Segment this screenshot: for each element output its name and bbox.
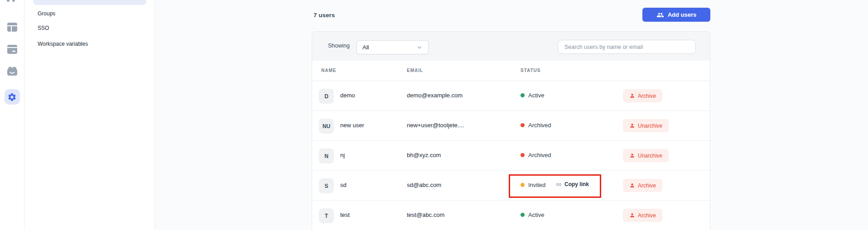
archive-button[interactable]: Archive bbox=[623, 179, 662, 192]
unarchive-button[interactable]: Unarchive bbox=[623, 149, 669, 162]
marketplace-icon[interactable] bbox=[5, 63, 20, 79]
app-sidebar-rail bbox=[0, 0, 24, 230]
user-email: sd@abc.com bbox=[407, 182, 441, 188]
person-icon bbox=[629, 123, 635, 129]
column-header-email: EMAIL bbox=[407, 68, 423, 73]
avatar: S bbox=[319, 178, 334, 193]
archive-button[interactable]: Archive bbox=[623, 89, 662, 102]
status-badge: Archived bbox=[521, 152, 551, 158]
add-users-button[interactable]: Add users bbox=[642, 8, 710, 22]
person-icon bbox=[629, 182, 635, 188]
person-icon bbox=[629, 212, 635, 218]
settings-nav: Users Groups SSO Workspace variables bbox=[24, 0, 155, 230]
search-input[interactable] bbox=[558, 40, 696, 54]
showing-label: Showing bbox=[328, 43, 350, 49]
status-badge: Invited bbox=[521, 182, 545, 188]
status-dot bbox=[521, 213, 525, 217]
nav-item-groups[interactable]: Groups bbox=[38, 10, 55, 18]
database-icon[interactable] bbox=[5, 42, 20, 57]
status-dot bbox=[521, 183, 525, 187]
table-filter-bar: Showing All bbox=[312, 32, 710, 61]
status-badge: Active bbox=[521, 211, 544, 218]
workspace-settings-page: Users Groups SSO Workspace variables 7 u… bbox=[0, 0, 868, 230]
user-name: test bbox=[340, 211, 350, 218]
user-name: new user bbox=[340, 122, 364, 129]
unarchive-button[interactable]: Unarchive bbox=[623, 119, 669, 132]
user-name: demo bbox=[340, 92, 355, 99]
dots-partial-icon bbox=[6, 0, 19, 4]
table-row: T test test@abc.com Active Archive bbox=[312, 201, 710, 230]
table-row: NU new user new+user@tooljete.... Archiv… bbox=[312, 111, 710, 141]
user-email: bh@xyz.com bbox=[407, 152, 441, 158]
status-dot bbox=[521, 153, 525, 157]
copy-link-button[interactable]: Copy link bbox=[556, 181, 589, 187]
user-email: test@abc.com bbox=[407, 211, 444, 218]
status-filter-dropdown[interactable]: All bbox=[357, 40, 429, 54]
user-count: 7 users bbox=[313, 12, 335, 19]
avatar: NU bbox=[319, 119, 334, 134]
user-email: new+user@tooljete.... bbox=[407, 122, 464, 129]
status-badge: Active bbox=[521, 92, 544, 99]
avatar: D bbox=[319, 89, 334, 104]
people-icon bbox=[656, 11, 664, 18]
status-badge: Archived bbox=[521, 122, 551, 129]
person-icon bbox=[629, 153, 635, 158]
layout-icon[interactable] bbox=[5, 19, 20, 35]
status-dot bbox=[521, 93, 525, 97]
avatar: N bbox=[319, 149, 334, 163]
nav-item-sso[interactable]: SSO bbox=[38, 24, 49, 32]
link-icon bbox=[556, 182, 562, 187]
user-name: sd bbox=[340, 182, 347, 188]
nav-item-users-active[interactable]: Users bbox=[33, 0, 146, 5]
table-row: N nj bh@xyz.com Archived Unarchive bbox=[312, 141, 710, 171]
table-header-row: NAME EMAIL STATUS bbox=[312, 61, 710, 81]
user-email: demo@example.com bbox=[407, 92, 463, 99]
user-name: nj bbox=[340, 152, 345, 158]
person-icon bbox=[629, 93, 635, 99]
status-dot bbox=[521, 123, 525, 127]
column-header-name: NAME bbox=[321, 68, 336, 73]
avatar: T bbox=[319, 208, 334, 223]
table-row: S sd sd@abc.com Invited Copy link bbox=[312, 171, 710, 201]
column-header-status: STATUS bbox=[521, 68, 541, 73]
nav-item-workspace-variables[interactable]: Workspace variables bbox=[38, 40, 88, 48]
table-row: D demo demo@example.com Active Archive bbox=[312, 81, 710, 111]
users-settings-main: 7 users Add users Showing All bbox=[155, 0, 868, 230]
users-table-card: Showing All NAME EMAIL STATUS D demo dem… bbox=[312, 31, 710, 230]
settings-gear-icon[interactable] bbox=[5, 89, 20, 105]
archive-button[interactable]: Archive bbox=[623, 209, 662, 222]
chevron-down-icon bbox=[416, 44, 423, 51]
